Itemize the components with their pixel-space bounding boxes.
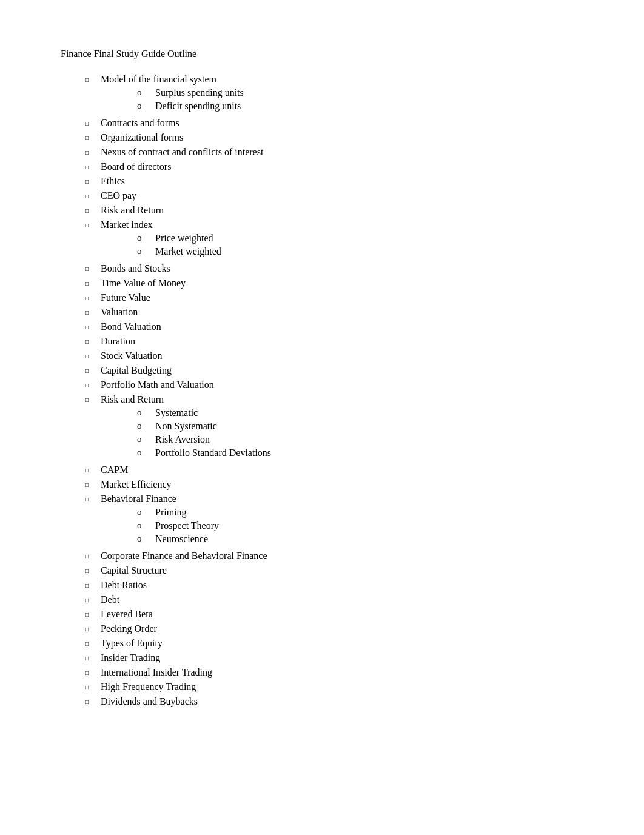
bullet-icon: □: [85, 135, 93, 141]
bullet-icon: □: [85, 611, 93, 618]
bullet-icon: □: [85, 684, 93, 691]
sub-item-label: Portfolio Standard Deviations: [155, 448, 583, 458]
outline-item-market-index: □Market indexoPrice weightedoMarket weig…: [61, 220, 583, 260]
sub-bullet-icon: o: [137, 434, 149, 444]
outline-item-label: Market index: [101, 220, 153, 230]
outline-item-label: Valuation: [101, 307, 138, 317]
bullet-icon: □: [85, 76, 93, 83]
outline-item-future-value: □Future Value: [61, 292, 583, 303]
outline-item-capital-structure: □Capital Structure: [61, 565, 583, 576]
outline-item-label: CEO pay: [101, 190, 136, 201]
outline-item-label: Debt Ratios: [101, 580, 147, 590]
outline-item-bonds-stocks: □Bonds and Stocks: [61, 263, 583, 274]
sub-item-prospect-theory: oProspect Theory: [101, 520, 583, 531]
outline-item-international-insider-trading: □International Insider Trading: [61, 667, 583, 678]
sub-item-label: Neuroscience: [155, 534, 583, 545]
bullet-icon: □: [85, 655, 93, 662]
bullet-icon: □: [85, 164, 93, 170]
outline-item-dividends-buybacks: □Dividends and Buybacks: [61, 696, 583, 707]
outline-item-corporate-behavioral-finance: □Corporate Finance and Behavioral Financ…: [61, 551, 583, 562]
outline-item-label: Nexus of contract and conflicts of inter…: [101, 147, 263, 157]
outline-item-valuation: □Valuation: [61, 307, 583, 318]
bullet-icon: □: [85, 193, 93, 200]
bullet-icon: □: [85, 353, 93, 360]
outline-item-label: Organizational forms: [101, 132, 183, 143]
sub-list-behavioral-finance: oPrimingoProspect TheoryoNeuroscience: [101, 507, 583, 545]
sub-list-model-financial-system: oSurplus spending unitsoDeficit spending…: [101, 87, 583, 112]
sub-item-deficit-spending: oDeficit spending units: [101, 101, 583, 112]
outline-item-stock-valuation: □Stock Valuation: [61, 350, 583, 361]
outline-item-label: Portfolio Math and Valuation: [101, 380, 214, 390]
bullet-icon: □: [85, 280, 93, 287]
bullet-icon: □: [85, 120, 93, 127]
bullet-icon: □: [85, 568, 93, 574]
sub-item-price-weighted: oPrice weighted: [101, 233, 583, 244]
outline-item-label: Duration: [101, 336, 135, 346]
outline-item-label: Debt: [101, 594, 119, 605]
sub-bullet-icon: o: [137, 246, 149, 257]
bullet-icon: □: [85, 582, 93, 589]
sub-item-label: Risk Aversion: [155, 434, 583, 445]
sub-bullet-icon: o: [137, 520, 149, 531]
outline-item-behavioral-finance: □Behavioral FinanceoPrimingoProspect The…: [61, 494, 583, 547]
sub-item-surplus-spending: oSurplus spending units: [101, 87, 583, 98]
bullet-icon: □: [85, 178, 93, 185]
outline-item-label: Risk and Return: [101, 205, 164, 215]
outline-item-label: High Frequency Trading: [101, 682, 196, 692]
sub-item-label: Prospect Theory: [155, 520, 583, 531]
outline-item-label: Stock Valuation: [101, 350, 162, 361]
sub-item-label: Deficit spending units: [155, 101, 583, 112]
outline-item-label: Types of Equity: [101, 638, 163, 648]
outline-item-ethics: □Ethics: [61, 176, 583, 187]
bullet-icon: □: [85, 496, 93, 503]
bullet-icon: □: [85, 699, 93, 705]
sub-bullet-icon: o: [137, 407, 149, 418]
sub-item-portfolio-std-dev: oPortfolio Standard Deviations: [101, 448, 583, 458]
outline-item-label: Ethics: [101, 176, 125, 186]
outline-item-duration: □Duration: [61, 336, 583, 347]
sub-item-label: Surplus spending units: [155, 87, 583, 98]
sub-list-risk-return-2: oSystematicoNon SystematicoRisk Aversion…: [101, 407, 583, 458]
outline-item-ceo-pay: □CEO pay: [61, 190, 583, 201]
sub-item-systematic: oSystematic: [101, 407, 583, 418]
outline-item-nexus-contract: □Nexus of contract and conflicts of inte…: [61, 147, 583, 158]
outline-item-pecking-order: □Pecking Order: [61, 623, 583, 634]
outline-item-capital-budgeting: □Capital Budgeting: [61, 365, 583, 376]
outline-item-debt: □Debt: [61, 594, 583, 605]
sub-item-label: Price weighted: [155, 233, 583, 244]
sub-item-label: Non Systematic: [155, 421, 583, 432]
sub-bullet-icon: o: [137, 233, 149, 243]
sub-item-label: Market weighted: [155, 246, 583, 257]
bullet-icon: □: [85, 553, 93, 560]
outline-item-time-value-money: □Time Value of Money: [61, 278, 583, 289]
sub-item-market-weighted: oMarket weighted: [101, 246, 583, 257]
sub-bullet-icon: o: [137, 87, 149, 98]
outline-item-levered-beta: □Levered Beta: [61, 609, 583, 620]
outline-item-label: Bond Valuation: [101, 321, 161, 332]
outline-item-label: Capital Structure: [101, 565, 167, 575]
outline-item-high-frequency-trading: □High Frequency Trading: [61, 682, 583, 692]
outline-item-label: Market Efficiency: [101, 479, 172, 489]
bullet-icon: □: [85, 382, 93, 389]
bullet-icon: □: [85, 295, 93, 301]
bullet-icon: □: [85, 207, 93, 214]
bullet-icon: □: [85, 222, 93, 229]
outline-item-market-efficiency: □Market Efficiency: [61, 479, 583, 490]
outline-item-contracts-forms: □Contracts and forms: [61, 118, 583, 129]
outline-item-model-financial-system: □Model of the financial systemoSurplus s…: [61, 74, 583, 114]
outline-item-label: Corporate Finance and Behavioral Finance: [101, 551, 267, 561]
outline-item-label: Contracts and forms: [101, 118, 179, 128]
outline-item-label: Levered Beta: [101, 609, 153, 619]
outline-item-label: International Insider Trading: [101, 667, 212, 677]
outline-item-board-directors: □Board of directors: [61, 161, 583, 172]
bullet-icon: □: [85, 597, 93, 603]
outline-item-bond-valuation: □Bond Valuation: [61, 321, 583, 332]
outline-item-label: Behavioral Finance: [101, 494, 176, 504]
bullet-icon: □: [85, 367, 93, 374]
outline-item-label: Time Value of Money: [101, 278, 186, 288]
sub-bullet-icon: o: [137, 534, 149, 544]
bullet-icon: □: [85, 149, 93, 156]
outline-item-capm: □CAPM: [61, 464, 583, 475]
bullet-icon: □: [85, 669, 93, 676]
outline-item-insider-trading: □Insider Trading: [61, 652, 583, 663]
